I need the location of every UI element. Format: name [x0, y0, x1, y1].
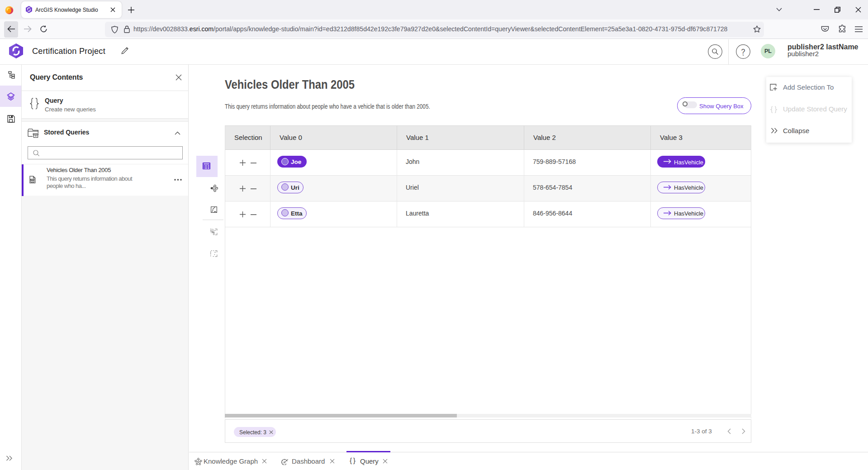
svg-text:?: ?: [741, 48, 745, 56]
